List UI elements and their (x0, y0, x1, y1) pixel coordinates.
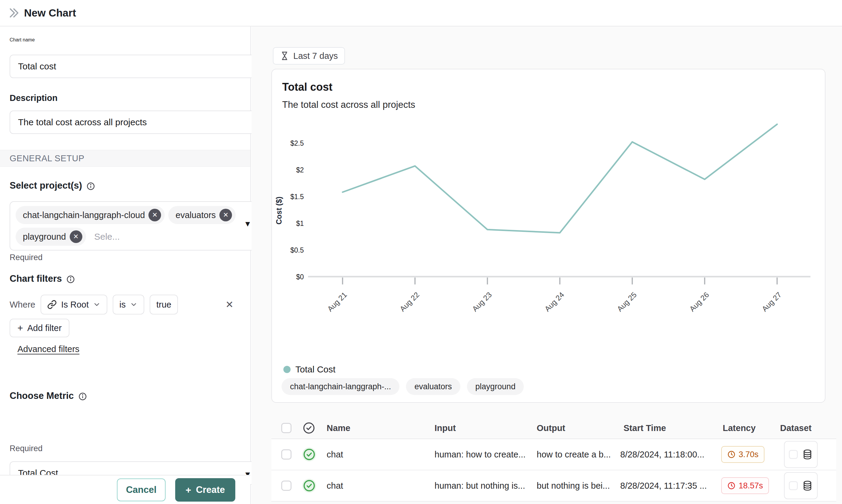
add-filter-label: Add filter (27, 323, 62, 333)
filter-field-value: Is Root (61, 300, 89, 310)
svg-text:$2: $2 (296, 166, 304, 174)
svg-text:Aug 25: Aug 25 (615, 290, 638, 313)
info-icon[interactable] (86, 182, 95, 191)
project-tag: playground ✕ (16, 228, 86, 246)
project-tag-label: evaluators (175, 210, 216, 220)
filter-row: Where Is Root is true ✕ (10, 295, 241, 314)
svg-text:$1: $1 (296, 219, 304, 227)
run-start-time: 8/28/2024, 11:17:35 ... (620, 481, 707, 491)
run-name[interactable]: chat (327, 450, 343, 460)
latency-value: 18.57s (739, 481, 763, 490)
add-to-dataset-button[interactable] (784, 472, 818, 499)
remove-tag-icon[interactable]: ✕ (148, 209, 161, 221)
run-input: human: how to create... (435, 450, 526, 460)
col-output[interactable]: Output (537, 423, 565, 433)
info-icon[interactable] (66, 275, 75, 284)
time-range-button[interactable]: Last 7 days (273, 47, 345, 65)
chart-filters-label: Chart filters (10, 273, 62, 284)
filter-operator-value: is (119, 300, 126, 310)
col-dataset[interactable]: Dataset (780, 423, 812, 433)
collapse-panel-icon[interactable] (8, 7, 20, 19)
project-tag-label: chat-langchain-langgraph-cloud (23, 210, 145, 220)
latency-badge-wrap: 3.70s (721, 446, 765, 463)
svg-text:$0: $0 (296, 273, 304, 281)
success-status-icon (302, 479, 316, 492)
add-filter-button[interactable]: + Add filter (10, 319, 69, 337)
remove-tag-icon[interactable]: ✕ (70, 230, 82, 243)
database-icon (802, 449, 813, 460)
svg-text:$1.5: $1.5 (290, 193, 304, 201)
chart-title: Total cost (282, 81, 332, 93)
chart-project-tags: chat-langchain-langgraph-... evaluators … (282, 378, 524, 395)
description-label: Description (10, 93, 241, 103)
time-range-label: Last 7 days (293, 51, 338, 61)
table-row[interactable]: chat human: but nothing is... but nothin… (271, 470, 836, 502)
selected-project-pills: chat-langchain-langgraph-cloud ✕ evaluat… (16, 206, 238, 246)
run-start-time: 8/28/2024, 11:18:00... (620, 450, 704, 460)
filter-value-input[interactable]: true (150, 295, 178, 314)
runs-table-header: Name Input Output Start Time Latency Dat… (271, 417, 836, 439)
svg-text:Aug 22: Aug 22 (398, 290, 421, 313)
success-status-icon (302, 448, 316, 461)
dropdown-caret-icon[interactable]: ▼ (244, 219, 251, 229)
row-checkbox[interactable] (281, 449, 292, 460)
svg-text:$2.5: $2.5 (290, 139, 304, 147)
choose-metric-label: Choose Metric (10, 391, 74, 401)
cost-line-chart: $0$0.5$1$1.5$2$2.5Cost ($)Aug 21Aug 22Au… (275, 121, 816, 361)
run-input: human: but nothing is... (435, 481, 525, 491)
description-input[interactable]: The total cost across all projects (10, 110, 260, 134)
plus-icon: + (186, 485, 191, 495)
plus-icon: + (17, 323, 23, 333)
chevron-down-icon (130, 301, 138, 308)
chart-subtitle: The total cost across all projects (282, 100, 415, 110)
create-button[interactable]: + Create (175, 478, 235, 502)
dataset-checkbox[interactable] (789, 450, 798, 459)
advanced-filters-wrap: Advanced filters (10, 344, 241, 354)
info-icon[interactable] (78, 392, 87, 401)
project-search-placeholder[interactable]: Sele... (90, 232, 120, 242)
run-output: but nothing is bei... (537, 481, 610, 491)
filter-operator-select[interactable]: is (113, 295, 144, 314)
select-projects-label: Select project(s) (10, 180, 82, 191)
svg-text:$0.5: $0.5 (290, 246, 304, 254)
chart-filters-label-row: Chart filters (10, 273, 241, 284)
advanced-filters-link[interactable]: Advanced filters (17, 344, 79, 354)
project-multiselect[interactable]: chat-langchain-langgraph-cloud ✕ evaluat… (10, 201, 260, 251)
add-to-dataset-button[interactable] (784, 441, 818, 468)
col-name[interactable]: Name (327, 423, 350, 433)
metric-required-hint: Required (10, 444, 241, 453)
chart-project-tag: chat-langchain-langgraph-... (282, 378, 399, 395)
cancel-button[interactable]: Cancel (117, 479, 165, 501)
chart-name-input[interactable]: Total cost (10, 55, 260, 78)
where-label: Where (10, 300, 35, 310)
hourglass-icon (280, 51, 289, 60)
general-setup-section-header: GENERAL SETUP (0, 150, 250, 167)
cancel-label: Cancel (126, 485, 157, 495)
chart-name-value: Total cost (18, 61, 56, 71)
dataset-cell (784, 472, 818, 499)
table-row[interactable]: chat human: how to create... how to crea… (271, 439, 836, 470)
col-start-time[interactable]: Start Time (624, 423, 666, 433)
chevron-down-icon (93, 301, 101, 308)
chart-project-tag: playground (467, 378, 524, 395)
run-output: how to create a b... (537, 450, 611, 460)
sidebar-action-bar: Cancel + Create (0, 475, 250, 504)
latency-value: 3.70s (739, 450, 758, 459)
dataset-checkbox[interactable] (789, 481, 798, 490)
col-latency[interactable]: Latency (723, 423, 756, 433)
run-name[interactable]: chat (327, 481, 343, 491)
remove-filter-icon[interactable]: ✕ (225, 299, 233, 310)
new-chart-page: New Chart Chart name Total cost Descript… (0, 0, 842, 504)
filter-field-select[interactable]: Is Root (40, 295, 107, 314)
clock-icon (727, 450, 736, 458)
row-checkbox[interactable] (281, 481, 292, 491)
description-value: The total cost across all projects (18, 117, 147, 127)
svg-text:Aug 21: Aug 21 (326, 290, 349, 313)
choose-metric-label-row: Choose Metric (10, 391, 241, 401)
page-title: New Chart (24, 7, 76, 19)
col-input[interactable]: Input (435, 423, 456, 433)
select-all-checkbox[interactable] (281, 423, 292, 433)
remove-tag-icon[interactable]: ✕ (220, 209, 232, 221)
projects-required-hint: Required (10, 253, 241, 262)
project-tag: evaluators ✕ (168, 206, 235, 224)
